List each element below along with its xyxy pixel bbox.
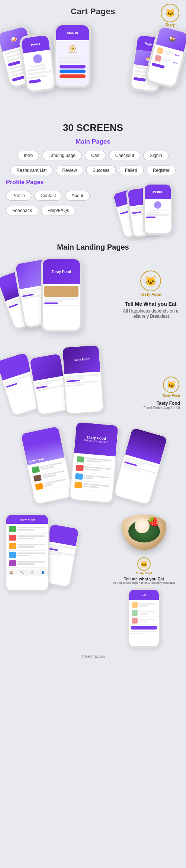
pp-phone-front: Profile [143,183,173,235]
bpm-item-1 [7,525,47,534]
bpm-l1 [17,527,45,528]
main-page-tags-row-2: Restaurant List Review Success Failed Re… [0,164,186,177]
signin-field-2 [58,61,81,63]
landing-phone-3: Tasty Food [41,257,82,332]
cart-pr-total-line [130,631,158,632]
tp2-text-1 [85,458,112,464]
profile-avatar [32,54,42,64]
profile-phone-group: Profile [113,179,180,238]
phone-profile-screen: Profile [21,35,55,92]
cart-item-price-1: $8.99 [175,54,180,57]
three-phones-row: Tasty Food [0,417,186,506]
bpm-l6 [17,546,34,548]
brand-sub: All Happiness depends on a leisurely Bre… [119,308,182,319]
signin-title: SIGN IN [67,31,78,35]
bpm-l5 [17,544,45,545]
signin-logo-name: Tasty Food [68,52,77,54]
bottom-section: Tasty Food [0,506,186,651]
pp-front-info-1 [146,212,159,214]
cart-item-info-2 [161,57,173,65]
tag-about: About [65,191,89,201]
cart-pr-title: Cart [141,593,146,596]
tp-phone-3 [112,426,169,506]
bpm-text-3 [17,544,45,548]
tp-phone-2: Tasty Food Tell me what you Eat [68,420,119,504]
pp-front-avatar [154,201,161,209]
tag-helpfaqs: Help/FAQs [41,206,76,215]
pp-front-btn [146,217,155,218]
fb-btn [60,70,86,73]
brand-appname: Tasty Food [157,401,180,406]
profile-pages-right: Profile [113,179,180,238]
bpm-l10 [17,563,34,565]
bpm-l2 [17,529,34,531]
bpm-l7 [17,552,45,554]
brand-tagline: Tell Me What you Eat [125,301,177,307]
bpm-item-3 [7,542,47,551]
tp2-bottom [70,453,115,502]
tp2-thumb-4 [74,481,82,488]
cart-pr-img-2 [132,610,138,616]
tp2-text-3 [83,475,110,481]
main-page-tags-row: Intro Landing page Cart Checkout Signin [0,149,186,162]
bpm-l8 [17,555,29,556]
bpm-thumb-5 [9,560,16,566]
tp1-thumb-1 [31,466,40,474]
lp3-l3 [44,302,58,304]
bp-main-title: Tasty Food [19,518,35,521]
lp3-l1 [44,298,78,300]
cart-pr-tax-line [130,633,145,634]
tag-cart: Cart [85,151,106,160]
tag-failed: Failed [119,166,144,175]
profile-pages-left: Profile Pages Profile Contact About Feed… [6,179,107,219]
cart-pr-body [129,600,159,636]
cart-pr-img-1 [132,602,138,608]
lp3-title: Tasty Food [52,270,71,274]
profile-pages-label: Profile Pages [6,179,107,186]
brand-block-right: 🐱 Tasty Food Tell Me What you Eat All Ha… [119,267,182,322]
bottom-brand-logo: 🐱 Tasty Food [136,557,152,575]
brand-block-2: 🐱 Tasty Food Tasty Food Food Order App U… [102,369,183,414]
signin-logo: 🐱 Tasty Food [64,45,81,54]
tag-signin: Signin [143,151,168,160]
bp-main-body [6,524,48,569]
bpm-item-5 [7,559,47,568]
tp1-thumb-3 [35,483,44,490]
brand-logo-name-2: Tasty Food [162,394,180,398]
pp-front-name [150,210,166,211]
tp2-thumb-3 [75,473,83,480]
landing-row2-phone3: Tasty Food [61,344,105,415]
lp3-top: Tasty Food [43,259,80,284]
food-bowl-container: 🍓 [120,510,168,554]
tp2-thumb-1 [76,456,84,463]
bpm-text-5 [17,561,45,566]
profile-content [23,49,55,87]
cart-pr-info-1 [139,602,156,608]
tag-restaurant: Restaurant List [10,166,53,175]
signin-header: SIGN IN [56,25,89,40]
bottom-logo-name: Tasty Food [136,571,152,575]
lp3-bottom [43,284,80,330]
cart-pr-l2 [139,605,148,607]
cart-pr-item-3 [130,617,158,625]
cart-item-img-2 [154,55,162,62]
lr2p3-bottom [64,371,103,415]
brand-logo-2: 🐱 Tasty Food [162,377,180,398]
phones-cluster-top: 🍛 Profile [0,19,186,116]
tag-feedback: Feedback [6,206,38,215]
logo-cat-icon: 🐱 [165,8,175,18]
tp2-text-2 [84,466,111,473]
screen-count: 30 SCREENS [0,122,186,134]
tp1-bottom [28,458,73,504]
screen-count-section: 30 SCREENS [0,116,186,135]
brand-app-sub: Food Order App UI Kit [144,406,180,410]
cart-pr-l1 [139,603,156,605]
lp3-food-img [44,286,78,297]
tag-profile: Profile [6,191,31,201]
profile-pages-section: Profile Pages Profile Contact About Feed… [0,179,186,238]
cart-pr-header: Cart [129,590,159,600]
page-header: Cart Pages 🐱 TastyFood [0,0,186,19]
bottom-right-brand: 🍓 🐱 Tasty Food Tell me what you Eat All … [105,510,183,648]
bpm-l4 [17,538,34,539]
tag-checkout: Checkout [109,151,141,160]
